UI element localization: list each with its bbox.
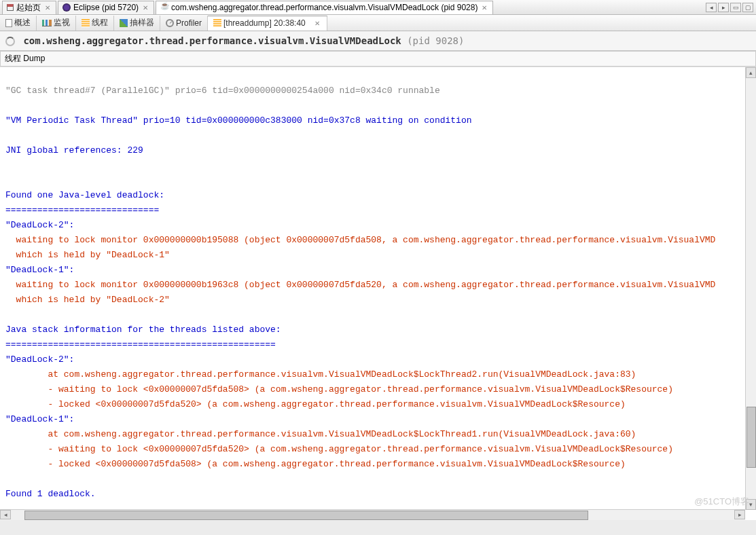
dump-line: "DeadLock-1": — [5, 414, 74, 424]
threaddump-icon — [213, 19, 221, 27]
thread-dump-text[interactable]: "GC task thread#7 (ParallelGC)" prio=6 t… — [0, 67, 744, 509]
tab-label: [threaddump] 20:38:40 — [223, 18, 306, 28]
thread-dump-panel: "GC task thread#7 (ParallelGC)" prio=6 t… — [0, 67, 756, 520]
scroll-right-button[interactable]: ▸ — [734, 510, 745, 519]
dump-line: - waiting to lock <0x00000007d5fda508> (… — [5, 384, 673, 394]
dump-line: "DeadLock-2": — [5, 354, 74, 365]
maximize-button[interactable]: ▢ — [742, 3, 753, 12]
scroll-thumb[interactable] — [24, 511, 588, 520]
tab-visualvm-deadlock[interactable]: com.wsheng.aggregator.thread.performance… — [156, 1, 493, 14]
dump-line: waiting to lock monitor 0x000000000b1963… — [5, 280, 715, 290]
app-pid: (pid 9028) — [407, 35, 464, 46]
dump-line: which is held by "DeadLock-2" — [5, 295, 170, 305]
profiler-icon — [166, 19, 174, 27]
dump-line: - waiting to lock <0x00000007d5fda520> (… — [5, 444, 673, 454]
vertical-scrollbar[interactable]: ▴ ▾ — [745, 67, 756, 510]
tab-threaddump[interactable]: [threaddump] 20:38:40 ✕ — [208, 16, 327, 31]
home-icon — [7, 4, 14, 11]
tab-label: Profiler — [176, 18, 202, 28]
dump-line: waiting to lock monitor 0x000000000b1950… — [5, 235, 715, 245]
tab-eclipse[interactable]: Eclipse (pid 5720) ✕ — [58, 1, 154, 14]
tab-overview[interactable]: 概述 — [0, 16, 37, 31]
close-icon[interactable]: ✕ — [480, 4, 488, 12]
close-icon[interactable]: ✕ — [313, 20, 321, 27]
dump-line: "DeadLock-1": — [5, 265, 74, 275]
java-icon — [160, 3, 168, 12]
dump-line: which is held by "DeadLock-1" — [5, 250, 170, 260]
section-label: 线程 Dump — [5, 54, 45, 63]
dump-line: "DeadLock-2": — [5, 220, 74, 230]
tab-label: 线程 — [92, 17, 108, 29]
dump-line: - locked <0x00000007d5fda508> (a com.wsh… — [5, 459, 626, 469]
close-icon[interactable]: ✕ — [43, 4, 52, 12]
watermark: @51CTO博客 — [694, 496, 749, 508]
dump-line: "VM Periodic Task Thread" prio=10 tid=0x… — [5, 115, 472, 126]
dump-line: JNI global references: 229 — [5, 145, 143, 155]
tab-label: 起始页 — [16, 2, 41, 14]
minimize-button[interactable]: ▭ — [730, 3, 741, 12]
dump-line: at com.wsheng.aggregator.thread.performa… — [5, 429, 636, 439]
dump-line: "GC task thread#7 (ParallelGC)" prio=6 t… — [5, 86, 440, 96]
application-tabs: 起始页 ✕ Eclipse (pid 5720) ✕ com.wsheng.ag… — [0, 0, 756, 15]
page-title: com.wsheng.aggregator.thread.performance… — [5, 35, 751, 46]
dump-line: Java stack information for the threads l… — [5, 325, 281, 335]
page-header: com.wsheng.aggregator.thread.performance… — [0, 31, 756, 51]
tab-label: com.wsheng.aggregator.thread.performance… — [171, 3, 478, 12]
monitor-icon — [42, 20, 52, 26]
close-icon[interactable]: ✕ — [141, 4, 149, 12]
overview-icon — [5, 19, 12, 27]
dump-line: - locked <0x00000007d5fda520> (a com.wsh… — [5, 399, 626, 409]
tab-start-page[interactable]: 起始页 ✕ — [2, 1, 56, 14]
next-button[interactable]: ▸ — [718, 3, 729, 12]
horizontal-scrollbar[interactable]: ◂ ▸ — [0, 509, 745, 520]
dump-line: Found one Java-level deadlock: — [5, 190, 164, 200]
sampler-icon — [120, 19, 128, 27]
tab-profiler[interactable]: Profiler — [160, 16, 208, 31]
loading-icon — [5, 37, 15, 46]
scroll-up-button[interactable]: ▴ — [746, 67, 756, 78]
threads-icon — [82, 19, 90, 27]
view-tabs: 概述 监视 线程 抽样器 Profiler [threaddump] 20:38… — [0, 15, 756, 31]
tab-label: 概述 — [14, 17, 31, 29]
tab-monitor[interactable]: 监视 — [37, 16, 76, 31]
prev-button[interactable]: ◂ — [706, 3, 717, 12]
dump-line: Found 1 deadlock. — [5, 489, 96, 499]
window-controls: ◂ ▸ ▭ ▢ — [706, 3, 756, 12]
dump-line: ========================================… — [5, 339, 276, 350]
section-title: 线程 Dump — [0, 51, 756, 67]
tab-sampler[interactable]: 抽样器 — [114, 16, 160, 31]
dump-line: ============================= — [5, 205, 159, 215]
eclipse-icon — [62, 3, 71, 12]
scroll-thumb[interactable] — [746, 407, 756, 468]
tab-label: 抽样器 — [130, 17, 154, 29]
tab-threads[interactable]: 线程 — [76, 16, 114, 31]
app-class-name: com.wsheng.aggregator.thread.performance… — [23, 35, 401, 46]
scroll-left-button[interactable]: ◂ — [0, 510, 11, 519]
dump-line: at com.wsheng.aggregator.thread.performa… — [5, 369, 636, 380]
tab-label: 监视 — [54, 17, 70, 29]
tab-label: Eclipse (pid 5720) — [73, 3, 139, 12]
